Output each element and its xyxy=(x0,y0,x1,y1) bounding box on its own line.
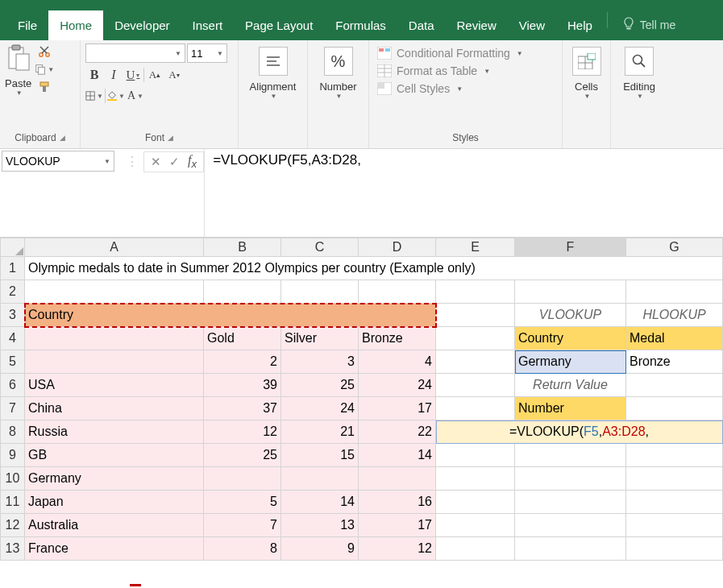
col-header-G[interactable]: G xyxy=(626,238,723,257)
cell-D12[interactable]: 17 xyxy=(359,514,436,537)
row-header-12[interactable]: 12 xyxy=(1,514,25,537)
dialog-launcher-icon[interactable]: ◢ xyxy=(60,134,65,142)
cell-G4[interactable]: Medal xyxy=(626,327,723,350)
name-box[interactable]: VLOOKUP▼ xyxy=(2,151,114,172)
grow-font-button[interactable]: A▴ xyxy=(146,66,164,84)
formula-bar[interactable]: =VLOOKUP(F5,A3:D28, xyxy=(204,149,723,237)
row-header-3[interactable]: 3 xyxy=(1,304,25,327)
col-header-A[interactable]: A xyxy=(25,238,204,257)
format-painter-button[interactable] xyxy=(35,79,54,95)
cell-B9[interactable]: 25 xyxy=(204,444,281,467)
row-header-1[interactable]: 1 xyxy=(1,257,25,280)
cell-D9[interactable]: 14 xyxy=(359,444,436,467)
shrink-font-button[interactable]: A▾ xyxy=(165,66,183,84)
cell-A13[interactable]: France xyxy=(25,537,204,561)
borders-button[interactable]: ▼ xyxy=(85,87,103,105)
cell-A1[interactable]: Olympic medals to date in Summer 2012 Ol… xyxy=(25,257,723,280)
tab-page-layout[interactable]: Page Layout xyxy=(234,10,324,40)
col-header-B[interactable]: B xyxy=(204,238,281,257)
cell-C9[interactable]: 15 xyxy=(281,444,359,467)
tab-help[interactable]: Help xyxy=(556,10,604,40)
tab-view[interactable]: View xyxy=(508,10,556,40)
cell-D6[interactable]: 24 xyxy=(359,374,436,397)
row-header-8[interactable]: 8 xyxy=(1,420,25,444)
cell-B7[interactable]: 37 xyxy=(204,397,281,420)
cell-A9[interactable]: GB xyxy=(25,444,204,467)
chevron-down-icon[interactable]: ▼ xyxy=(336,93,343,100)
cell-A4[interactable] xyxy=(25,327,204,350)
cell-D8[interactable]: 22 xyxy=(359,420,436,444)
tab-developer[interactable]: Developer xyxy=(103,10,181,40)
cell-F4[interactable]: Country xyxy=(515,327,626,350)
cell-G5[interactable]: Bronze xyxy=(626,350,723,374)
row-header-6[interactable]: 6 xyxy=(1,374,25,397)
cell-C11[interactable]: 14 xyxy=(281,491,359,514)
cell-B4[interactable]: Gold xyxy=(204,327,281,350)
fx-icon[interactable]: fx xyxy=(188,153,197,170)
cell-D4[interactable]: Bronze xyxy=(359,327,436,350)
cell-C6[interactable]: 25 xyxy=(281,374,359,397)
underline-button[interactable]: U▾ xyxy=(124,66,142,84)
enter-formula-button[interactable]: ✓ xyxy=(169,155,180,169)
cell-A11[interactable]: Japan xyxy=(25,491,204,514)
cell-A12[interactable]: Australia xyxy=(25,514,204,537)
cell-A6[interactable]: USA xyxy=(25,374,204,397)
cell-A10[interactable]: Germany xyxy=(25,467,204,491)
cell-G3[interactable]: HLOOKUP xyxy=(626,304,723,327)
row-header-5[interactable]: 5 xyxy=(1,350,25,374)
cell-C7[interactable]: 24 xyxy=(281,397,359,420)
cell-B12[interactable]: 7 xyxy=(204,514,281,537)
col-header-E[interactable]: E xyxy=(436,238,515,257)
select-all-cell[interactable] xyxy=(1,238,25,257)
row-header-2[interactable]: 2 xyxy=(1,280,25,304)
cell-F7[interactable]: Number xyxy=(515,397,626,420)
fill-color-button[interactable]: ▼ xyxy=(107,87,125,105)
col-header-D[interactable]: D xyxy=(359,238,436,257)
font-size-select[interactable]: 11▼ xyxy=(187,43,227,63)
row-header-9[interactable]: 9 xyxy=(1,444,25,467)
conditional-formatting-button[interactable]: Conditional Formatting▼ xyxy=(377,47,523,60)
row-header-10[interactable]: 10 xyxy=(1,467,25,491)
cell-B13[interactable]: 8 xyxy=(204,537,281,561)
cell-C4[interactable]: Silver xyxy=(281,327,359,350)
col-header-F[interactable]: F xyxy=(515,238,626,257)
tab-review[interactable]: Review xyxy=(446,10,508,40)
tab-data[interactable]: Data xyxy=(397,10,446,40)
cell-C12[interactable]: 13 xyxy=(281,514,359,537)
cell-D13[interactable]: 12 xyxy=(359,537,436,561)
paste-icon[interactable] xyxy=(6,43,31,72)
cell-styles-button[interactable]: Cell Styles▼ xyxy=(377,82,523,95)
cell-A7[interactable]: China xyxy=(25,397,204,420)
cell-A3[interactable]: Country xyxy=(25,304,436,327)
row-header-4[interactable]: 4 xyxy=(1,327,25,350)
cell-B8[interactable]: 12 xyxy=(204,420,281,444)
cell-B5[interactable]: 2 xyxy=(204,350,281,374)
row-header-7[interactable]: 7 xyxy=(1,397,25,420)
italic-button[interactable]: I xyxy=(105,66,123,84)
cell-C8[interactable]: 21 xyxy=(281,420,359,444)
tab-file[interactable]: File xyxy=(6,10,48,40)
row-header-13[interactable]: 13 xyxy=(1,537,25,561)
number-button[interactable]: % Number ▼ xyxy=(314,43,361,103)
cancel-formula-button[interactable]: ✕ xyxy=(151,155,161,169)
row-header-11[interactable]: 11 xyxy=(1,491,25,514)
cell-F6[interactable]: Return Value xyxy=(515,374,626,397)
cell-D7[interactable]: 17 xyxy=(359,397,436,420)
font-name-select[interactable]: ▼ xyxy=(85,43,185,63)
cell-C13[interactable]: 9 xyxy=(281,537,359,561)
cell-F8-editing[interactable]: =VLOOKUP(F5,A3:D28, xyxy=(436,420,723,444)
chevron-down-icon[interactable]: ▼ xyxy=(637,93,643,100)
chevron-down-icon[interactable]: ▼ xyxy=(16,89,23,97)
editing-button[interactable]: Editing ▼ xyxy=(618,43,660,103)
chevron-down-icon[interactable]: ▼ xyxy=(271,93,277,100)
cell-A8[interactable]: Russia xyxy=(25,420,204,444)
cell-D5[interactable]: 4 xyxy=(359,350,436,374)
bold-button[interactable]: B xyxy=(85,66,103,84)
chevron-down-icon[interactable]: ▼ xyxy=(584,93,591,100)
col-header-C[interactable]: C xyxy=(281,238,359,257)
spreadsheet-grid[interactable]: A B C D E F G 1Olympic medals to date in… xyxy=(0,238,723,561)
cell-B6[interactable]: 39 xyxy=(204,374,281,397)
font-color-button[interactable]: A▼ xyxy=(127,87,144,105)
tab-home[interactable]: Home xyxy=(48,10,103,40)
alignment-button[interactable]: Alignment ▼ xyxy=(245,43,301,103)
